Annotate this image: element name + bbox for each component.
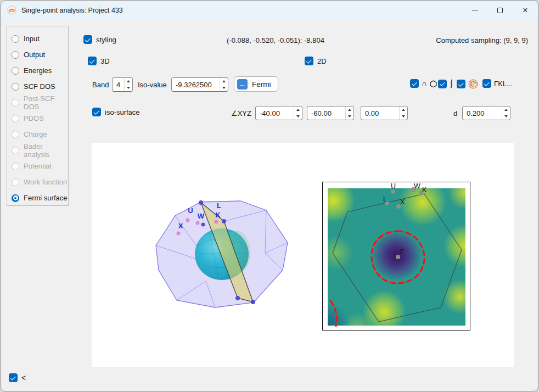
sidebar-item-scf-dos[interactable]: SCF DOS: [7, 79, 68, 94]
app-window: Single-point analysis: Project 433 × Inp…: [1, 1, 538, 391]
styling-label: styling: [96, 36, 116, 44]
spin-up-button[interactable]: [125, 78, 132, 85]
styling-toggle[interactable]: styling: [83, 35, 116, 44]
kpoint-label-L: L: [217, 201, 221, 210]
spin-down-button[interactable]: [400, 113, 407, 120]
angle-xyz-label: ∠XYZ: [231, 109, 251, 117]
intersection-checkbox[interactable]: [410, 79, 419, 88]
collapse-label: <: [21, 373, 26, 382]
plot2d-overlay: W K U L X Γ: [323, 182, 469, 329]
sidebar-item-fermi-surface[interactable]: Fermi surface: [7, 190, 68, 206]
sidebar-item-label: Energies: [24, 66, 52, 75]
kpoint-label-U: U: [188, 206, 193, 215]
view-2d-toggle[interactable]: 2D: [305, 57, 327, 65]
radio-unselected[interactable]: [12, 67, 19, 75]
kpoint-label-X: X: [178, 222, 183, 230]
view-3d-toggle[interactable]: 3D: [88, 57, 110, 65]
down-arrow-icon: [296, 115, 300, 117]
sidebar-item-potential: Potential: [7, 158, 68, 174]
iso-surface-label: iso-surface: [105, 108, 140, 116]
d-spinbox[interactable]: 0.200: [462, 106, 510, 120]
spin-up-button[interactable]: [294, 107, 302, 113]
wavy-line-icon: [450, 79, 453, 88]
sidebar-item-output[interactable]: Output: [7, 47, 68, 63]
angle-y-value[interactable]: -60.00: [307, 107, 345, 120]
collapse-checkbox[interactable]: [9, 373, 18, 382]
close-icon: ×: [523, 6, 527, 15]
radio-disabled: [12, 131, 19, 138]
angle-y-spinbox[interactable]: -60.00: [307, 106, 354, 120]
spin-down-button[interactable]: [294, 113, 302, 120]
view-3d-checkbox[interactable]: [88, 57, 97, 65]
sidebar-item-label: Bader analysis: [24, 142, 68, 159]
collapse-toggle[interactable]: <: [9, 373, 26, 382]
view-3d-label: 3D: [100, 57, 110, 65]
radio-unselected[interactable]: [12, 51, 19, 59]
sidebar-item-input[interactable]: Input: [7, 31, 68, 47]
sidebar-item-work-function: Work function: [7, 174, 68, 190]
computed-sampling: Computed sampling: (9, 9, 9): [385, 36, 528, 44]
sidebar-item-energies[interactable]: Energies: [7, 63, 68, 79]
radio-selected[interactable]: [12, 194, 19, 202]
spin-down-button[interactable]: [125, 85, 132, 91]
title-bar[interactable]: Single-point analysis: Project 433 ×: [1, 1, 538, 19]
spin-down-button[interactable]: [346, 113, 353, 120]
up-arrow-icon: [348, 109, 351, 111]
down-arrow-icon: [127, 87, 130, 89]
up-arrow-icon: [127, 80, 130, 82]
kpoint-label-W-2d: W: [414, 182, 420, 190]
iso-value-value[interactable]: -9.3262500: [172, 78, 220, 91]
sidebar-item-label: SCF DOS: [24, 82, 55, 91]
minimize-button[interactable]: [462, 1, 487, 19]
kpath-checkbox[interactable]: [482, 79, 491, 88]
sidebar-item-label: PDOS: [24, 114, 44, 122]
radio-unselected[interactable]: [12, 35, 19, 43]
close-button[interactable]: ×: [513, 1, 538, 19]
styling-checkbox[interactable]: [83, 35, 92, 44]
kpath-labels-toggle[interactable]: ΓKL...: [482, 79, 513, 88]
sidebar-item-bader-analysis: Bader analysis: [7, 142, 68, 158]
iso-surface-checkbox[interactable]: [92, 108, 101, 116]
spin-up-button[interactable]: [346, 107, 353, 113]
d-label: d: [453, 109, 457, 117]
kpoint-label-L-2d: L: [383, 195, 387, 203]
spin-down-button[interactable]: [220, 85, 228, 91]
sidebar-item-label: Input: [24, 35, 40, 43]
down-arrow-icon: [402, 115, 405, 117]
angle-z-value[interactable]: 0.00: [361, 107, 399, 120]
colormap-checkbox[interactable]: [457, 80, 465, 88]
band-label: Band: [92, 81, 109, 89]
spin-up-button[interactable]: [502, 107, 510, 113]
iso-value-spinbox[interactable]: -9.3262500: [171, 77, 228, 92]
radio-disabled: [12, 178, 19, 186]
spin-up-button[interactable]: [400, 107, 407, 113]
radio-disabled: [12, 147, 19, 154]
minimize-icon: [472, 10, 478, 10]
sidebar-item-label: Fermi surface: [24, 194, 67, 202]
up-arrow-icon: [504, 109, 508, 111]
colormap-toggle[interactable]: [457, 79, 478, 89]
maximize-button[interactable]: [487, 1, 513, 19]
view-2d-checkbox[interactable]: [305, 57, 313, 65]
d-value[interactable]: 0.200: [463, 107, 502, 120]
iso-surface-toggle[interactable]: iso-surface: [92, 108, 140, 116]
up-arrow-icon: [402, 109, 405, 111]
slice-2d-plot[interactable]: W K U L X Γ: [322, 182, 470, 331]
intersection-hexagon-toggle[interactable]: ∩: [410, 79, 437, 88]
sidebar-item-post-scf-dos: Post-SCF DOS: [7, 94, 68, 110]
spin-down-button[interactable]: [502, 113, 510, 120]
kpoint-label-U-2d: U: [391, 182, 396, 190]
band-value[interactable]: 4: [113, 78, 124, 91]
angle-x-value[interactable]: -40.00: [256, 107, 294, 120]
kpoint-label-K: K: [215, 211, 221, 219]
sidebar-item-label: Potential: [24, 162, 52, 170]
radio-unselected[interactable]: [12, 83, 19, 91]
angle-x-spinbox[interactable]: -40.00: [255, 106, 302, 120]
fermi-button[interactable]: ← Fermi: [234, 76, 278, 92]
spin-up-button[interactable]: [220, 78, 228, 85]
angle-z-spinbox[interactable]: 0.00: [361, 106, 408, 120]
kpoint-label-K-2d: K: [422, 186, 427, 194]
wavy-line-toggle[interactable]: [438, 79, 453, 88]
wavy-line-checkbox[interactable]: [438, 80, 447, 88]
band-spinbox[interactable]: 4: [112, 77, 133, 92]
